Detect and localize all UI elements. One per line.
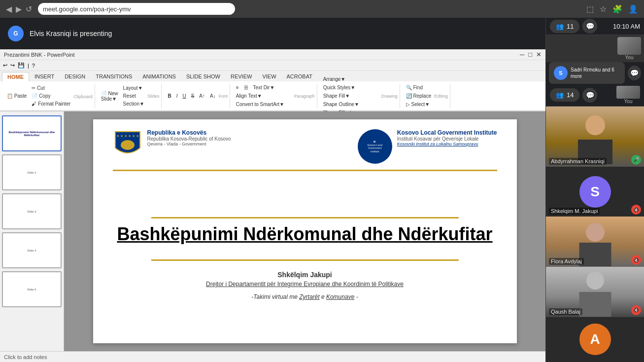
star-icon[interactable]: ☆ xyxy=(600,4,607,14)
institute-text: Kosovo Local Government Institute Instit… xyxy=(397,129,497,146)
browser-bar: ◀ ▶ ↺ meet.google.com/poa-rjec-ymv ⬚ ☆ 🧩… xyxy=(0,0,644,18)
slide-divider-bottom xyxy=(151,259,459,261)
smartart-btn[interactable]: Convert to SmartArt▼ xyxy=(234,101,286,108)
screen-share-icon[interactable]: ⬚ xyxy=(586,4,594,14)
slide-thumbnail-4[interactable]: Slide 4 xyxy=(2,232,62,268)
new-slide-btn[interactable]: 📄 NewSlide▼ xyxy=(99,90,120,103)
slide-content[interactable]: ★ ★ ★ ★ ★ ★ Republika e Kosovës Republik… xyxy=(93,119,517,343)
chat-button-2[interactable]: 💬 xyxy=(628,66,641,80)
drawing-group: Arrange▼ Quick Styles▼ Shape Fill▼ Shape… xyxy=(319,84,400,109)
second-controls-row: S Sadri Rrmoku and 6 more 💬 xyxy=(546,62,644,84)
chat-button[interactable]: 💬 xyxy=(582,19,597,34)
mute-icon-shkelqim: 🔇 xyxy=(631,205,641,215)
participant-name-qaush: Qaush Balaj xyxy=(549,308,582,315)
svg-text:★ ★ ★ ★ ★ ★: ★ ★ ★ ★ ★ ★ xyxy=(116,134,139,138)
you-tile-top: You xyxy=(546,35,644,62)
participant-tile-shkelqim: S Shkelqim M. Jakupi 🔇 xyxy=(546,167,644,217)
qa-icon[interactable]: ? xyxy=(32,63,35,69)
align-left-btn[interactable]: ≡ xyxy=(234,84,241,91)
reset-btn[interactable]: Reset xyxy=(121,92,146,100)
italic-btn[interactable]: I xyxy=(174,92,180,100)
browser-address-bar[interactable]: meet.google.com/poa-rjec-ymv xyxy=(38,3,235,15)
arrange-btn[interactable]: Arrange▼ xyxy=(321,75,347,83)
refresh-icon[interactable]: ↺ xyxy=(26,4,32,14)
sadri-avatar: S xyxy=(554,66,568,80)
presentation-area: G Elvis Krasniqi is presenting Prezantim… xyxy=(0,18,545,362)
tab-animations[interactable]: ANIMATIONS xyxy=(137,72,181,81)
shape-fill-btn[interactable]: Shape Fill▼ xyxy=(321,92,352,100)
people-icon: 👥 xyxy=(556,23,564,30)
quick-styles-btn[interactable]: Quick Styles▼ xyxy=(321,84,357,91)
participant-tile-a: A xyxy=(546,317,644,362)
extensions-icon[interactable]: 🧩 xyxy=(612,4,622,14)
you-video-preview-top xyxy=(617,37,641,55)
chat-button-3[interactable]: 💬 xyxy=(582,88,597,103)
slide-header: ★ ★ ★ ★ ★ ★ Republika e Kosovës Republik… xyxy=(113,129,497,171)
tab-review[interactable]: REVIEW xyxy=(226,72,257,81)
tab-home[interactable]: HOME xyxy=(2,72,29,81)
text-dir-btn[interactable]: Text Dir▼ xyxy=(251,84,277,91)
participants-count-pill-2[interactable]: 👥 14 xyxy=(550,88,579,102)
replace-btn[interactable]: 🔄 Replace xyxy=(404,92,433,100)
strikethrough-btn[interactable]: S xyxy=(189,92,197,100)
select-btn[interactable]: ▷ Select▼ xyxy=(404,101,433,108)
underline-btn[interactable]: U xyxy=(180,92,188,100)
tab-view[interactable]: VIEW xyxy=(257,72,281,81)
layout-btn[interactable]: Layout▼ xyxy=(121,84,146,92)
time-display: 10:10 AM xyxy=(613,23,640,30)
tab-acrobat[interactable]: ACROBAT xyxy=(282,72,317,81)
tab-insert[interactable]: INSERT xyxy=(30,72,59,81)
editing-group: 🔍 Find 🔄 Replace ▷ Select▼ Editing xyxy=(402,84,450,109)
forward-icon[interactable]: ▶ xyxy=(16,4,22,14)
pp-title-text: Prezantimi BNK - PowerPoint xyxy=(4,52,75,58)
profile-icon[interactable]: 👤 xyxy=(628,4,638,14)
pp-toolbar: 📋 Paste ✂ Cut 📄 Copy 🖌 Format Painter Cl… xyxy=(0,81,545,111)
republic-text: Republika e Kosovës Republika Kosova-Rep… xyxy=(147,129,231,146)
sidebar-top-section: 👥 11 💬 10:10 AM You xyxy=(546,18,644,62)
pp-minimize-icon[interactable]: ─ xyxy=(520,51,524,58)
shape-outline-btn[interactable]: Shape Outline▼ xyxy=(321,101,361,108)
participant-tile-qaush: Qaush Balaj 🔇 xyxy=(546,267,644,317)
section-btn[interactable]: Section▼ xyxy=(121,100,146,108)
meet-topbar: G Elvis Krasniqi is presenting xyxy=(0,18,545,49)
font-size-down-btn[interactable]: A↓ xyxy=(208,92,218,100)
sadri-notification[interactable]: S Sadri Rrmoku and 6 more xyxy=(549,62,625,84)
participant-tile-flora: Flora Avdylaj 🔇 xyxy=(546,217,644,267)
slide-title-area: Bashkëpunimi Ndërkomunal dhe Ndërkufitar… xyxy=(113,179,497,333)
institute-logo-area: 🏛 Kosovo Local Government Institute Koso… xyxy=(358,129,497,164)
format-painter-btn[interactable]: 🖌 Format Painter xyxy=(30,100,72,108)
tab-slideshow[interactable]: SLIDE SHOW xyxy=(181,72,225,81)
pp-ribbon: HOME INSERT DESIGN TRANSITIONS ANIMATION… xyxy=(0,71,545,111)
font-group: B I U S A↑ A↓ Font xyxy=(164,84,230,109)
align-text-btn[interactable]: Align Text▼ xyxy=(234,92,264,100)
bold-btn[interactable]: B xyxy=(166,92,173,100)
find-btn[interactable]: 🔍 Find xyxy=(404,84,433,91)
participant-name-shkelqim: Shkelqim M. Jakupi xyxy=(549,208,600,215)
align-center-btn[interactable]: ☰ xyxy=(242,84,250,91)
participants-count-pill[interactable]: 👥 11 xyxy=(550,20,579,33)
notes-placeholder[interactable]: Click to add notes xyxy=(4,354,47,360)
save-icon[interactable]: 💾 xyxy=(18,62,25,69)
browser-right-icons: ⬚ ☆ 🧩 👤 xyxy=(586,4,638,14)
slide-thumbnail-3[interactable]: Slide 3 xyxy=(2,193,62,229)
slide-main-title: Bashkëpunimi Ndërkomunal dhe Ndërkufitar xyxy=(117,223,492,245)
slide-thumbnail-2[interactable]: Slide 2 xyxy=(2,154,62,190)
paste-btn[interactable]: 📋 Paste xyxy=(5,92,29,100)
second-controls-row2: 👥 14 💬 You xyxy=(546,84,644,107)
pp-maximize-icon[interactable]: □ xyxy=(528,51,532,58)
tab-design[interactable]: DESIGN xyxy=(60,72,90,81)
browser-nav-icons: ◀ ▶ ↺ xyxy=(6,4,32,14)
slide-thumbnail-5[interactable]: Slide 5 xyxy=(2,271,62,307)
slide-thumbnail-1[interactable]: Bashkëpunimi Ndërkomunal dheNdërkufitar xyxy=(2,115,62,151)
cut-btn[interactable]: ✂ Cut xyxy=(30,84,72,92)
pp-close-icon[interactable]: ✕ xyxy=(536,51,542,58)
font-size-up-btn[interactable]: A↑ xyxy=(197,92,207,100)
copy-btn[interactable]: 📄 Copy xyxy=(30,92,72,100)
redo-icon[interactable]: ↪ xyxy=(10,62,15,69)
pp-title-bar: Prezantimi BNK - PowerPoint ─ □ ✕ xyxy=(0,49,545,60)
slide-divider-top xyxy=(151,217,459,218)
meet-logo: G xyxy=(8,26,24,41)
tab-transitions[interactable]: TRANSITIONS xyxy=(91,72,137,81)
back-icon[interactable]: ◀ xyxy=(6,4,12,14)
undo-icon[interactable]: ↩ xyxy=(3,62,7,69)
